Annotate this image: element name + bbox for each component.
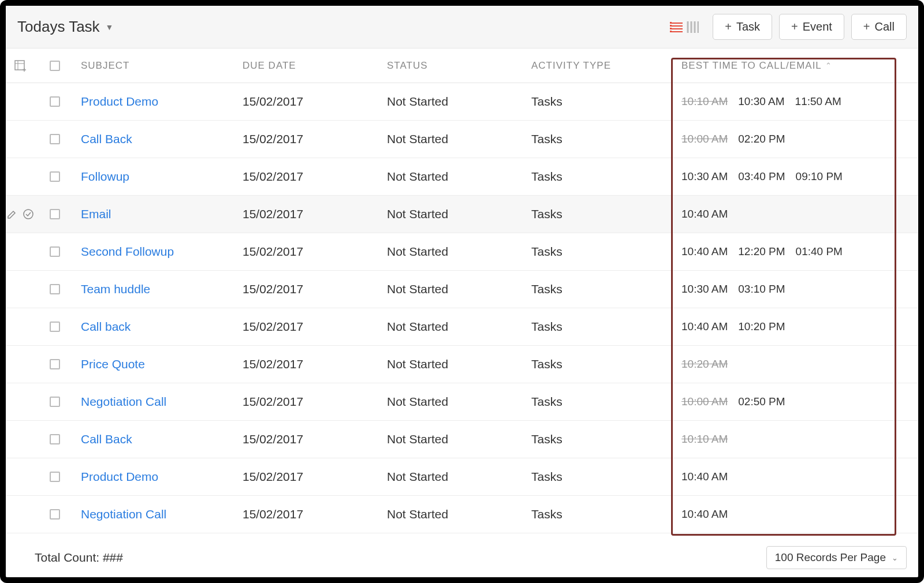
subject-link[interactable]: Product Demo	[81, 95, 158, 108]
complete-icon[interactable]	[23, 208, 34, 220]
status-cell: Not Started	[387, 282, 531, 296]
subject-link[interactable]: Followup	[81, 170, 129, 183]
subject-link[interactable]: Call Back	[81, 132, 132, 145]
column-header-best-time[interactable]: BEST TIME TO CALL/EMAIL ⌃	[676, 60, 918, 72]
column-header-subject[interactable]: SUBJECT	[75, 60, 243, 72]
table-row[interactable]: Product Demo15/02/2017Not StartedTasks10…	[6, 458, 918, 496]
best-time-value: 03:10 PM	[738, 283, 785, 296]
status-cell: Not Started	[387, 432, 531, 446]
due-cell: 15/02/2017	[243, 432, 387, 446]
subject-link[interactable]: Call Back	[81, 432, 132, 446]
due-cell: 15/02/2017	[243, 95, 387, 109]
row-checkbox[interactable]	[50, 359, 60, 369]
status-cell: Not Started	[387, 320, 531, 334]
best-time-value: 10:30 AM	[681, 283, 728, 296]
status-cell: Not Started	[387, 395, 531, 409]
total-count-label: Total Count: ###	[35, 551, 123, 565]
row-checkbox[interactable]	[50, 509, 60, 520]
best-time-value: 11:50 AM	[795, 95, 841, 108]
due-cell: 15/02/2017	[243, 132, 387, 146]
status-cell: Not Started	[387, 470, 531, 484]
due-cell: 15/02/2017	[243, 245, 387, 259]
row-checkbox[interactable]	[50, 434, 60, 444]
row-checkbox[interactable]	[50, 246, 60, 257]
table-row[interactable]: Call Back15/02/2017Not StartedTasks10:00…	[6, 121, 918, 158]
plus-icon: +	[791, 20, 798, 33]
type-cell: Tasks	[531, 170, 676, 184]
best-time-value: 10:10 AM	[681, 433, 728, 446]
table-row[interactable]: Team huddle15/02/2017Not StartedTasks10:…	[6, 271, 918, 308]
type-cell: Tasks	[531, 320, 676, 334]
best-time-value: 10:10 AM	[681, 95, 728, 108]
subject-link[interactable]: Negotiation Call	[81, 507, 166, 521]
subject-link[interactable]: Team huddle	[81, 282, 150, 296]
subject-link[interactable]: Second Followup	[81, 245, 174, 258]
new-call-button[interactable]: + Call	[851, 14, 907, 40]
table-row[interactable]: Product Demo15/02/2017Not StartedTasks10…	[6, 83, 918, 121]
column-header-status[interactable]: STATUS	[387, 60, 531, 72]
svg-rect-5	[670, 25, 672, 27]
due-cell: 15/02/2017	[243, 282, 387, 296]
row-checkbox[interactable]	[50, 171, 60, 182]
table-row[interactable]: Negotiation Call15/02/2017Not StartedTas…	[6, 383, 918, 421]
event-button-label: Event	[803, 20, 832, 33]
table-row[interactable]: Price Quote15/02/2017Not StartedTasks10:…	[6, 346, 918, 383]
select-all-checkbox[interactable]	[50, 61, 60, 71]
subject-link[interactable]: Negotiation Call	[81, 395, 166, 408]
table-row[interactable]: Followup15/02/2017Not StartedTasks10:30 …	[6, 158, 918, 196]
best-time-value: 03:40 PM	[738, 170, 785, 183]
svg-point-17	[24, 210, 33, 219]
column-header-activity-type[interactable]: ACTIVITY TYPE	[531, 60, 676, 72]
column-settings-icon[interactable]	[14, 60, 26, 72]
subject-link[interactable]: Email	[81, 207, 111, 221]
type-cell: Tasks	[531, 395, 676, 409]
kanban-view-icon[interactable]	[686, 21, 699, 33]
view-selector[interactable]: Todays Task ▼	[17, 18, 113, 36]
new-event-button[interactable]: + Event	[779, 14, 844, 40]
row-checkbox[interactable]	[50, 284, 60, 294]
plus-icon: +	[863, 20, 870, 33]
type-cell: Tasks	[531, 95, 676, 109]
type-cell: Tasks	[531, 507, 676, 521]
status-cell: Not Started	[387, 245, 531, 259]
column-header-due-date[interactable]: DUE DATE	[243, 60, 387, 72]
table-row[interactable]: Second Followup15/02/2017Not StartedTask…	[6, 233, 918, 271]
table-row[interactable]: Email15/02/2017Not StartedTasks10:40 AM	[6, 196, 918, 233]
best-time-value: 10:40 AM	[681, 470, 728, 483]
due-cell: 15/02/2017	[243, 320, 387, 334]
task-button-label: Task	[736, 20, 760, 33]
subject-link[interactable]: Price Quote	[81, 357, 145, 371]
row-checkbox[interactable]	[50, 322, 60, 332]
best-time-value: 10:40 AM	[681, 245, 728, 258]
status-cell: Not Started	[387, 357, 531, 371]
best-time-value: 10:30 AM	[738, 95, 784, 108]
due-cell: 15/02/2017	[243, 470, 387, 484]
table-row[interactable]: Call back15/02/2017Not StartedTasks10:40…	[6, 308, 918, 346]
type-cell: Tasks	[531, 132, 676, 146]
type-cell: Tasks	[531, 432, 676, 446]
new-task-button[interactable]: + Task	[713, 14, 772, 40]
best-time-value: 10:20 AM	[681, 358, 728, 371]
best-time-value: 09:10 PM	[796, 170, 843, 183]
best-time-value: 10:40 AM	[681, 320, 728, 333]
row-checkbox[interactable]	[50, 472, 60, 482]
row-checkbox[interactable]	[50, 397, 60, 407]
table-row[interactable]: Negotiation Call15/02/2017Not StartedTas…	[6, 496, 918, 533]
subject-link[interactable]: Call back	[81, 320, 131, 333]
table-row[interactable]: Call Back15/02/2017Not StartedTasks10:10…	[6, 421, 918, 458]
best-time-value: 10:40 AM	[681, 508, 728, 521]
edit-icon[interactable]	[6, 208, 18, 220]
best-time-value: 02:20 PM	[738, 133, 785, 145]
best-time-value: 10:30 AM	[681, 170, 728, 183]
row-checkbox[interactable]	[50, 134, 60, 144]
status-cell: Not Started	[387, 170, 531, 184]
due-cell: 15/02/2017	[243, 507, 387, 521]
row-checkbox[interactable]	[50, 96, 60, 107]
records-per-page-select[interactable]: 100 Records Per Page ⌄	[766, 546, 907, 569]
row-checkbox[interactable]	[50, 209, 60, 219]
best-time-value: 10:00 AM	[681, 133, 728, 145]
chevron-down-icon: ▼	[106, 23, 114, 32]
subject-link[interactable]: Product Demo	[81, 470, 158, 483]
list-view-icon[interactable]	[670, 22, 683, 32]
status-cell: Not Started	[387, 507, 531, 521]
